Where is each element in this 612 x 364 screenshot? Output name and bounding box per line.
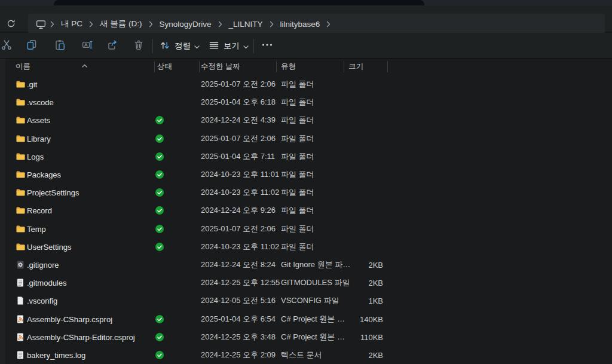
file-row[interactable]: Assets2024-12-24 오전 4:39파일 폴더	[0, 111, 612, 129]
column-header-type[interactable]: 유형	[281, 59, 296, 74]
cut-button[interactable]	[0, 37, 16, 55]
explorer-tab[interactable]	[54, 0, 424, 5]
sync-status-icon	[155, 148, 164, 166]
file-size	[338, 238, 383, 256]
file-size	[338, 201, 383, 219]
file-type: 파일 폴더	[281, 75, 314, 93]
breadcrumb-item-_lilnity[interactable]: _LILNITY	[224, 16, 268, 32]
breadcrumb-chevron-icon	[50, 21, 54, 27]
file-date-modified: 2025-01-07 오전 2:06	[201, 220, 276, 238]
file-date-modified: 2025-01-07 오전 2:06	[201, 75, 276, 93]
column-header-size[interactable]: 크기	[348, 59, 363, 74]
file-name: Logs	[27, 148, 44, 166]
file-type: 파일 폴더	[281, 166, 314, 183]
file-date-modified: 2024-12-24 오후 9:26	[201, 201, 276, 219]
file-name: Assembly-CSharp.csproj	[27, 310, 112, 328]
folder-icon	[16, 220, 26, 238]
file-row[interactable]: Assembly-CSharp-Editor.csproj2024-12-25 …	[0, 328, 612, 346]
file-name: UserSettings	[27, 238, 71, 256]
view-button[interactable]: 보기	[203, 36, 253, 56]
breadcrumb-chevron-icon	[270, 21, 274, 27]
column-divider[interactable]	[154, 61, 155, 72]
folder-icon	[16, 130, 26, 148]
blank-file-icon	[16, 292, 25, 310]
csproj-file-icon	[16, 328, 25, 346]
file-date-modified: 2024-12-24 오전 4:39	[201, 111, 276, 129]
share-button[interactable]	[103, 37, 121, 55]
file-size	[338, 166, 383, 183]
delete-button[interactable]	[130, 37, 148, 55]
file-date-modified: 2024-10-23 오후 11:02	[201, 183, 279, 201]
view-button-label: 보기	[224, 41, 240, 51]
paste-button[interactable]	[51, 37, 69, 55]
file-type: 파일 폴더	[281, 220, 314, 238]
sync-status-icon	[155, 220, 164, 238]
file-row[interactable]: .vscode2025-01-04 오후 6:18파일 폴더	[0, 93, 612, 111]
file-name: Assembly-CSharp-Editor.csproj	[27, 328, 135, 346]
file-name: Assets	[27, 111, 50, 129]
file-row[interactable]: Record2024-12-24 오후 9:26파일 폴더	[0, 201, 612, 219]
refresh-button[interactable]	[4, 18, 17, 31]
refresh-icon	[6, 19, 16, 31]
file-row[interactable]: bakery_times.log2024-12-25 오후 2:09텍스트 문서…	[0, 346, 612, 364]
file-row[interactable]: Temp2025-01-07 오전 2:06파일 폴더	[0, 220, 612, 238]
file-row[interactable]: .git2025-01-07 오전 2:06파일 폴더	[0, 75, 612, 93]
file-size: 2KB	[338, 256, 383, 274]
window-top-strip	[0, 0, 612, 5]
file-row[interactable]: Library2025-01-07 오전 2:06파일 폴더	[0, 130, 612, 148]
file-type: C# Project 원본 …	[281, 328, 345, 346]
column-divider[interactable]	[276, 61, 277, 72]
file-name: Record	[27, 201, 52, 219]
file-date-modified: 2024-12-24 오전 8:24	[201, 256, 276, 274]
file-row[interactable]: .vsconfig2024-12-05 오전 5:16VSCONFIG 파일1K…	[0, 292, 612, 310]
column-header-status[interactable]: 상태	[157, 59, 172, 74]
file-name: bakery_times.log	[27, 346, 85, 364]
breadcrumb-item-synologydrive[interactable]: SynologyDrive	[154, 16, 217, 32]
rename-button[interactable]	[78, 37, 96, 55]
breadcrumb-item-my-pc[interactable]: 내 PC	[56, 16, 88, 32]
monitor-icon	[35, 19, 47, 30]
file-name: Library	[27, 130, 51, 148]
file-date-modified: 2024-12-25 오후 3:48	[201, 328, 276, 346]
sync-status-icon	[155, 346, 164, 364]
file-type: 파일 폴더	[281, 130, 314, 148]
folder-icon	[16, 201, 26, 219]
file-row[interactable]: .gitmodules2024-12-25 오후 12:55GITMODULES…	[0, 274, 612, 292]
file-name: .vscode	[27, 93, 54, 111]
folder-icon	[16, 183, 26, 201]
file-type: 파일 폴더	[281, 238, 314, 256]
file-size	[338, 148, 383, 166]
column-header-name[interactable]: 이름	[16, 59, 30, 74]
file-size: 140KB	[338, 310, 383, 328]
paste-icon	[54, 39, 66, 53]
more-button[interactable]	[258, 37, 276, 55]
file-date-modified: 2025-01-04 오후 6:18	[201, 93, 276, 111]
copy-icon	[26, 39, 38, 53]
breadcrumb-chevron-icon	[218, 21, 222, 27]
sort-button[interactable]: 정렬	[154, 36, 204, 56]
file-row[interactable]: ProjectSettings2024-10-23 오후 11:02파일 폴더	[0, 183, 612, 201]
copy-button[interactable]	[23, 37, 41, 55]
breadcrumb-item-새 볼륨 (d:)[interactable]: 새 볼륨 (D:)	[94, 16, 148, 32]
file-date-modified: 2024-12-05 오전 5:16	[201, 292, 276, 310]
column-divider[interactable]	[344, 61, 344, 72]
file-row[interactable]: Packages2024-10-23 오후 11:01파일 폴더	[0, 166, 612, 183]
more-ellipsis-icon	[261, 39, 273, 53]
file-row[interactable]: Assembly-CSharp.csproj2025-01-04 오후 6:54…	[0, 310, 612, 328]
csproj-file-icon	[16, 310, 25, 328]
column-divider[interactable]	[199, 61, 200, 72]
column-divider[interactable]	[387, 61, 388, 72]
file-row[interactable]: UserSettings2024-10-23 오후 11:02파일 폴더	[0, 238, 612, 256]
sort-button-label: 정렬	[175, 41, 191, 51]
file-size	[338, 130, 383, 148]
file-type: 파일 폴더	[281, 111, 314, 129]
file-size	[338, 183, 383, 201]
file-row[interactable]: Logs2025-01-04 오후 7:11파일 폴더	[0, 148, 612, 166]
file-size	[338, 111, 383, 129]
breadcrumb-item-lilnitybase6[interactable]: lilnitybase6	[275, 16, 326, 32]
column-header-modified[interactable]: 수정한 날짜	[201, 59, 240, 74]
file-type: 파일 폴더	[281, 93, 314, 111]
file-row[interactable]: .gitignore2024-12-24 오전 8:24Git Ignore 원…	[0, 256, 612, 274]
sync-status-icon	[155, 166, 164, 183]
sync-status-icon	[155, 111, 164, 129]
